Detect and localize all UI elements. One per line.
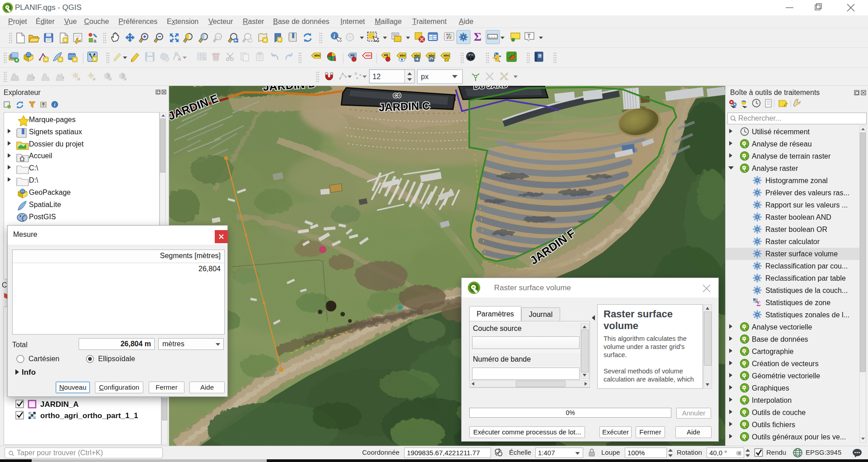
svg-text:Reclassification par cou...: Reclassification par cou... — [765, 262, 848, 270]
svg-text:Interpolation: Interpolation — [752, 396, 792, 404]
svg-text:12: 12 — [373, 73, 381, 80]
svg-text:Raster surface volume: Raster surface volume — [765, 250, 838, 258]
svg-text:Utilisé récemment: Utilisé récemment — [752, 128, 810, 136]
svg-text:Création de vecteurs: Création de vecteurs — [752, 360, 819, 368]
svg-text:Raster boolean OR: Raster boolean OR — [765, 226, 827, 233]
svg-text:ab: ab — [350, 53, 354, 57]
svg-text:Analyse vectorielle: Analyse vectorielle — [752, 323, 812, 331]
svg-text:Σ: Σ — [756, 300, 761, 307]
svg-text:?: ? — [539, 54, 542, 58]
svg-text:Info: Info — [22, 368, 36, 377]
svg-text:Statistiques de zone: Statistiques de zone — [765, 299, 830, 306]
svg-text:Rapport sur les valeurs ...: Rapport sur les valeurs ... — [765, 201, 848, 209]
svg-text:Reclassification par table: Reclassification par table — [765, 274, 846, 282]
svg-text:Cartésien: Cartésien — [28, 355, 59, 363]
svg-text:Base de données: Base de données — [752, 335, 808, 343]
svg-text:Ellipsoïdale: Ellipsoïdale — [98, 355, 135, 363]
svg-text:Statistiques de la couch...: Statistiques de la couch... — [765, 287, 848, 294]
svg-text:Outils fichiers: Outils fichiers — [752, 421, 795, 429]
svg-text:Outils de couche: Outils de couche — [752, 409, 806, 416]
svg-text:Géométrie vectorielle: Géométrie vectorielle — [752, 372, 820, 380]
svg-text:Histogramme zonal: Histogramme zonal — [765, 177, 828, 184]
svg-text:i: i — [334, 33, 335, 39]
svg-text:ortho_agri_ortho_part_1_1: ortho_agri_ortho_part_1_1 — [40, 411, 138, 420]
svg-text:1:1: 1:1 — [216, 35, 221, 38]
svg-text:Outils généraux pour les ve...: Outils généraux pour les ve... — [752, 433, 846, 441]
svg-text:Σ: Σ — [474, 30, 481, 43]
svg-text:Raster calculator: Raster calculator — [765, 238, 820, 245]
svg-text:Statistiques zonales de l...: Statistiques zonales de l... — [765, 311, 849, 319]
svg-text:Analyse raster: Analyse raster — [752, 165, 798, 172]
svg-text:abc: abc — [365, 53, 372, 57]
svg-text:Raster boolean AND: Raster boolean AND — [765, 213, 831, 221]
svg-text:Cartographie: Cartographie — [752, 348, 794, 355]
svg-text:Prélever des valeurs ras...: Prélever des valeurs ras... — [765, 189, 849, 197]
svg-text:JARDIN_A: JARDIN_A — [40, 400, 79, 409]
svg-text:a: a — [94, 38, 97, 43]
svg-text:Analyse de terrain raster: Analyse de terrain raster — [752, 152, 831, 160]
svg-text:T: T — [527, 33, 531, 39]
svg-text:Graphiques: Graphiques — [752, 384, 789, 392]
svg-text:Analyse de réseau: Analyse de réseau — [752, 140, 812, 148]
svg-text:px: px — [421, 73, 429, 80]
